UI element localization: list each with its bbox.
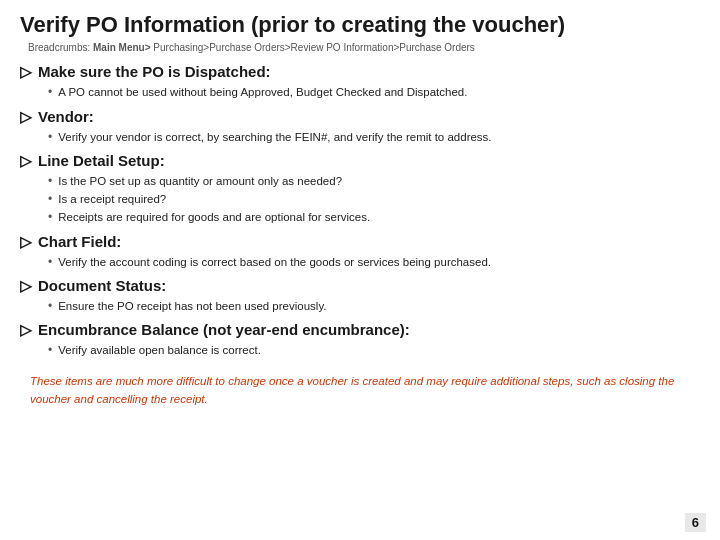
section-header-chart-field: ▷Chart Field: [20,233,700,251]
page-title: Verify PO Information (prior to creating… [20,12,700,38]
arrow-icon: ▷ [20,108,32,126]
breadcrumb-rest: Purchasing>Purchase Orders>Review PO Inf… [153,42,475,53]
section-header-document-status: ▷Document Status: [20,277,700,295]
list-item: Receipts are required for goods and are … [48,208,700,226]
list-item: Is the PO set up as quantity or amount o… [48,172,700,190]
section-title-line-detail: Line Detail Setup: [38,152,165,169]
section-title-chart-field: Chart Field: [38,233,121,250]
list-item: Verify your vendor is correct, by search… [48,128,700,146]
bullet-list-vendor: Verify your vendor is correct, by search… [20,128,700,146]
bullet-list-chart-field: Verify the account coding is correct bas… [20,253,700,271]
list-item: Verify the account coding is correct bas… [48,253,700,271]
arrow-icon: ▷ [20,321,32,339]
bullet-list-line-detail: Is the PO set up as quantity or amount o… [20,172,700,227]
section-encumbrance: ▷Encumbrance Balance (not year-end encum… [20,321,700,359]
section-vendor: ▷Vendor:Verify your vendor is correct, b… [20,108,700,146]
breadcrumb: Breadcrumbs: Main Menu> Purchasing>Purch… [20,42,700,53]
list-item: Verify available open balance is correct… [48,341,700,359]
breadcrumb-bold: Main Menu> [93,42,151,53]
section-header-line-detail: ▷Line Detail Setup: [20,152,700,170]
bullet-list-document-status: Ensure the PO receipt has not been used … [20,297,700,315]
section-title-encumbrance: Encumbrance Balance (not year-end encumb… [38,321,410,338]
section-document-status: ▷Document Status:Ensure the PO receipt h… [20,277,700,315]
page-number: 6 [685,513,706,532]
list-item: Ensure the PO receipt has not been used … [48,297,700,315]
arrow-icon: ▷ [20,277,32,295]
section-header-encumbrance: ▷Encumbrance Balance (not year-end encum… [20,321,700,339]
section-line-detail: ▷Line Detail Setup:Is the PO set up as q… [20,152,700,227]
page: Verify PO Information (prior to creating… [0,0,720,540]
section-chart-field: ▷Chart Field:Verify the account coding i… [20,233,700,271]
arrow-icon: ▷ [20,152,32,170]
section-header-vendor: ▷Vendor: [20,108,700,126]
arrow-icon: ▷ [20,63,32,81]
section-header-dispatched: ▷Make sure the PO is Dispatched: [20,63,700,81]
arrow-icon: ▷ [20,233,32,251]
breadcrumb-prefix: Breadcrumbs: [28,42,90,53]
list-item: Is a receipt required? [48,190,700,208]
section-title-dispatched: Make sure the PO is Dispatched: [38,63,271,80]
bullet-list-dispatched: A PO cannot be used without being Approv… [20,83,700,101]
bullet-list-encumbrance: Verify available open balance is correct… [20,341,700,359]
section-dispatched: ▷Make sure the PO is Dispatched:A PO can… [20,63,700,101]
section-title-document-status: Document Status: [38,277,166,294]
section-title-vendor: Vendor: [38,108,94,125]
footer-note: These items are much more difficult to c… [20,367,700,414]
sections-container: ▷Make sure the PO is Dispatched:A PO can… [20,63,700,359]
list-item: A PO cannot be used without being Approv… [48,83,700,101]
